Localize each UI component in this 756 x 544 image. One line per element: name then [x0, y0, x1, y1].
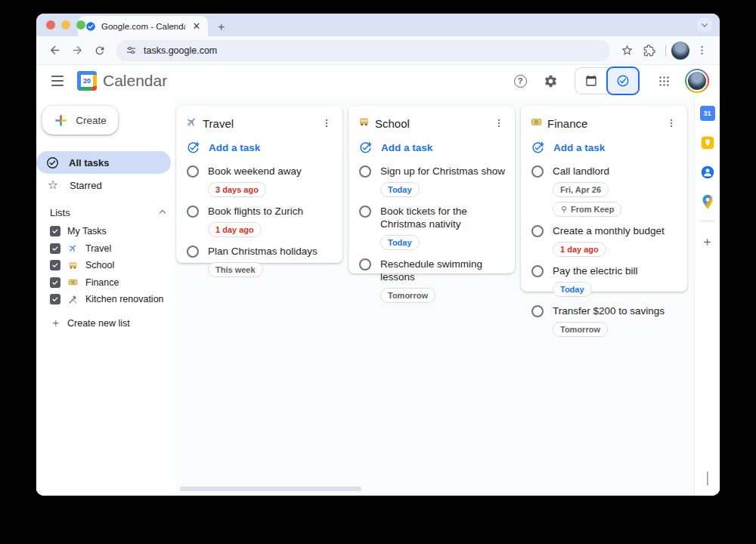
task-title[interactable]: Pay the electric bill — [553, 264, 638, 277]
hide-side-panel-button[interactable] — [707, 471, 708, 485]
task-row[interactable]: Book weekend away 3 days ago — [176, 157, 342, 197]
sidebar-item-all-tasks[interactable]: All tasks — [36, 151, 171, 174]
list-menu-button[interactable] — [491, 115, 507, 131]
tab-close-icon[interactable]: ✕ — [191, 20, 203, 32]
main-menu-button[interactable] — [44, 67, 71, 94]
checkbox-checked[interactable] — [50, 277, 60, 288]
account-avatar[interactable] — [685, 69, 709, 93]
google-contacts-icon[interactable] — [700, 165, 715, 180]
due-date-chip[interactable]: 3 days ago — [208, 182, 266, 197]
list-menu-button[interactable] — [663, 115, 680, 131]
horizontal-scrollbar[interactable] — [180, 487, 361, 491]
extensions-button[interactable] — [639, 40, 660, 61]
settings-button[interactable] — [537, 67, 564, 94]
task-complete-radio[interactable] — [187, 165, 199, 178]
add-task-button[interactable]: Add a task — [349, 131, 515, 157]
help-button[interactable]: ? — [507, 67, 534, 94]
task-complete-radio[interactable] — [531, 305, 544, 317]
add-task-label: Add a task — [209, 142, 260, 153]
task-complete-radio[interactable] — [359, 258, 371, 270]
task-title[interactable]: Call landlord — [553, 165, 678, 178]
list-item-my-tasks[interactable]: My Tasks — [36, 223, 175, 240]
add-task-button[interactable]: Add a task — [521, 131, 687, 157]
task-row[interactable]: Book tickets for the Christmas nativity … — [349, 197, 515, 250]
task-complete-radio[interactable] — [359, 206, 371, 218]
google-apps-button[interactable] — [650, 67, 677, 94]
lists-header[interactable]: Lists — [50, 207, 165, 218]
due-date-chip[interactable]: 1 day ago — [208, 222, 262, 237]
task-title[interactable]: Transfer $200 to savings — [553, 304, 665, 317]
task-complete-radio[interactable] — [187, 206, 199, 218]
due-date-chip[interactable]: Today — [380, 235, 420, 250]
task-title[interactable]: Book tickets for the Christmas nativity — [380, 205, 506, 230]
task-title[interactable]: Create a monthly budget — [553, 224, 665, 237]
create-button[interactable]: Create — [42, 106, 118, 134]
browser-menu-button[interactable] — [691, 40, 712, 61]
task-row[interactable]: Sign up for Christmas show Today — [349, 157, 515, 197]
browser-tab[interactable]: Google.com - Calendar - Tasks ✕ — [78, 16, 208, 36]
calendar-logo[interactable]: 20 — [77, 71, 97, 91]
tab-strip: Google.com - Calendar - Tasks ✕ ＋ — [36, 14, 720, 36]
checkbox-checked[interactable] — [50, 260, 60, 270]
due-date-chip[interactable]: Tomorrow — [380, 288, 435, 303]
star-outline-icon — [621, 44, 634, 57]
task-title[interactable]: Sign up for Christmas show — [380, 165, 505, 178]
calendar-view-button[interactable] — [575, 68, 607, 94]
checkbox-checked[interactable] — [50, 294, 60, 304]
task-row[interactable]: Pay the electric bill Today — [521, 257, 687, 297]
list-item-travel[interactable]: Travel — [36, 240, 175, 258]
task-row[interactable]: Plan Christmas holidays This week — [176, 237, 342, 277]
url-text: tasks.google.com — [144, 45, 217, 56]
forward-button[interactable] — [67, 40, 88, 61]
due-date-chip[interactable]: Today — [553, 282, 592, 297]
task-complete-radio[interactable] — [187, 246, 199, 258]
task-row[interactable]: Transfer $200 to savings Tomorrow — [521, 297, 687, 337]
list-item-school[interactable]: School — [36, 257, 175, 274]
google-maps-icon[interactable] — [701, 194, 714, 209]
task-title[interactable]: Plan Christmas holidays — [208, 245, 318, 258]
google-calendar-icon[interactable]: 31 — [700, 106, 715, 121]
reload-button[interactable] — [89, 40, 110, 61]
url-bar[interactable]: tasks.google.com — [116, 40, 610, 61]
task-row[interactable]: Create a monthly budget 1 day ago — [521, 217, 687, 257]
google-keep-icon[interactable] — [700, 135, 715, 150]
task-complete-radio[interactable] — [531, 265, 544, 277]
zoom-window-button[interactable] — [76, 20, 85, 29]
create-new-list-button[interactable]: ＋ Create new list — [36, 314, 175, 332]
task-row[interactable]: Call landlord Fri, Apr 26 From Keep — [521, 157, 687, 217]
task-title[interactable]: Book flights to Zurich — [208, 205, 303, 218]
close-window-button[interactable] — [46, 20, 55, 29]
back-button[interactable] — [44, 40, 65, 61]
minimize-window-button[interactable] — [61, 20, 70, 29]
due-date-chip[interactable]: 1 day ago — [553, 242, 606, 257]
from-keep-chip[interactable]: From Keep — [553, 202, 621, 217]
list-item-kitchen-renovation[interactable]: Kitchen renovation — [36, 291, 175, 308]
tab-search-button[interactable] — [697, 18, 712, 32]
sidebar-item-starred[interactable]: ☆ Starred — [36, 174, 171, 196]
bookmark-button[interactable] — [616, 40, 637, 61]
site-settings-icon[interactable] — [125, 45, 137, 56]
due-date-chip[interactable]: This week — [208, 262, 263, 277]
add-task-button[interactable]: Add a task — [176, 131, 342, 157]
task-complete-radio[interactable] — [359, 165, 371, 178]
header-actions: ? — [507, 67, 709, 94]
task-row[interactable]: Reschedule swimming lessons Tomorrow — [349, 250, 515, 303]
task-title[interactable]: Book weekend away — [208, 165, 302, 178]
checkbox-checked[interactable] — [50, 243, 60, 254]
due-date-chip[interactable]: Tomorrow — [553, 322, 608, 337]
task-row[interactable]: Book flights to Zurich 1 day ago — [176, 197, 342, 237]
task-complete-radio[interactable] — [531, 225, 544, 237]
tasks-view-button[interactable] — [606, 66, 640, 95]
new-tab-button[interactable]: ＋ — [215, 20, 227, 32]
task-complete-radio[interactable] — [531, 165, 544, 178]
task-title[interactable]: Reschedule swimming lessons — [380, 258, 506, 283]
due-date-chip[interactable]: Fri, Apr 26 — [553, 182, 609, 197]
get-add-ons-button[interactable]: ＋ — [701, 233, 714, 250]
profile-avatar[interactable] — [671, 42, 689, 60]
list-item-finance[interactable]: Finance — [36, 274, 175, 292]
due-date-chip[interactable]: Today — [380, 182, 420, 197]
list-title: Finance — [547, 117, 587, 130]
checkbox-checked[interactable] — [50, 226, 60, 236]
list-menu-button[interactable] — [318, 115, 335, 131]
sidebar-item-label: Starred — [70, 180, 102, 191]
